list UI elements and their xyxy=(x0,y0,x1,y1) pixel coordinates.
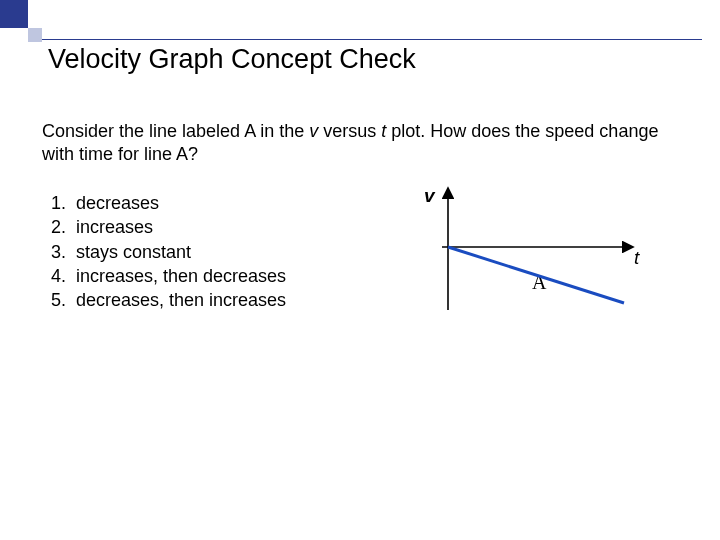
option-item: 1. decreases xyxy=(42,191,382,215)
option-item: 2. increases xyxy=(42,215,382,239)
option-text: stays constant xyxy=(76,240,191,264)
decor-square-small xyxy=(28,28,42,42)
content-row: 1. decreases 2. increases 3. stays const… xyxy=(42,191,682,321)
option-text: decreases, then increases xyxy=(76,288,286,312)
question-part: versus xyxy=(318,121,381,141)
variable-v: v xyxy=(309,121,318,141)
options-list: 1. decreases 2. increases 3. stays const… xyxy=(42,191,382,312)
option-number: 3. xyxy=(42,240,66,264)
answer-options: 1. decreases 2. increases 3. stays const… xyxy=(42,191,382,321)
option-item: 4. increases, then decreases xyxy=(42,264,382,288)
option-text: decreases xyxy=(76,191,159,215)
option-item: 5. decreases, then increases xyxy=(42,288,382,312)
decor-square-large xyxy=(0,0,28,28)
option-number: 2. xyxy=(42,215,66,239)
velocity-graph: v t A xyxy=(382,191,682,321)
option-text: increases, then decreases xyxy=(76,264,286,288)
option-number: 1. xyxy=(42,191,66,215)
y-axis-label: v xyxy=(424,185,435,207)
option-text: increases xyxy=(76,215,153,239)
decor-horizontal-line xyxy=(42,39,702,40)
question-text: Consider the line labeled A in the v ver… xyxy=(42,120,682,165)
line-a xyxy=(448,247,624,303)
slide-body: Consider the line labeled A in the v ver… xyxy=(42,120,682,321)
option-item: 3. stays constant xyxy=(42,240,382,264)
graph-svg xyxy=(442,185,642,315)
question-part: Consider the line labeled A in the xyxy=(42,121,309,141)
option-number: 5. xyxy=(42,288,66,312)
option-number: 4. xyxy=(42,264,66,288)
slide-title: Velocity Graph Concept Check xyxy=(48,44,416,75)
